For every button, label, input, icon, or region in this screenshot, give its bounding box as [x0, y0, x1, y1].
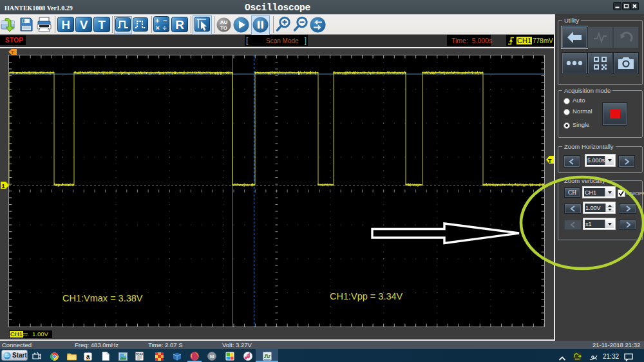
svg-text:×: ×: [156, 24, 160, 32]
svg-text:V: V: [80, 18, 88, 32]
svg-text:a: a: [86, 353, 90, 360]
svg-text:R: R: [175, 18, 184, 32]
svg-text:CH1:Vpp = 3.34V: CH1:Vpp = 3.34V: [330, 291, 403, 301]
svg-text:T: T: [11, 50, 14, 55]
svg-text:÷: ÷: [163, 24, 167, 32]
svg-text:T: T: [548, 158, 552, 164]
svg-text:AU: AU: [220, 19, 228, 25]
svg-text:TOAF: TOAF: [135, 353, 143, 356]
svg-text:TO: TO: [220, 25, 227, 31]
svg-text:H: H: [61, 18, 70, 32]
svg-text:1: 1: [2, 183, 5, 189]
svg-text:T: T: [98, 18, 106, 32]
svg-text:M: M: [210, 354, 214, 359]
svg-text:CH1:Vmax = 3.38V: CH1:Vmax = 3.38V: [62, 293, 143, 303]
